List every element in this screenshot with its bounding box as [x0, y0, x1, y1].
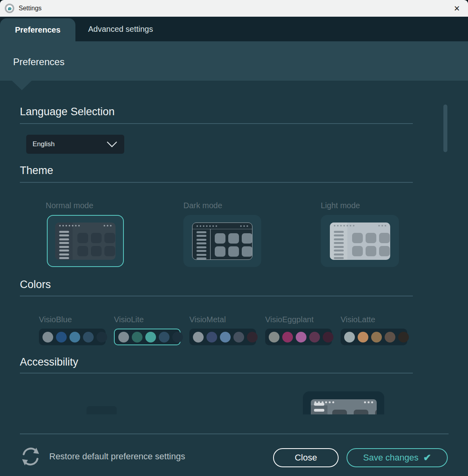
- preview-divider: [210, 229, 211, 259]
- color-swatch: [309, 332, 320, 342]
- color-swatch: [220, 332, 231, 342]
- preview-dot: [196, 225, 198, 227]
- preview-bar: [196, 239, 206, 241]
- accessibility-content-clipped: [0, 380, 468, 414]
- preview-bar: [59, 242, 69, 244]
- preview-dot: [62, 225, 64, 226]
- color-swatch: [385, 332, 395, 342]
- preview-dot: [329, 401, 331, 403]
- palette-label-visiolatte: VisioLatte: [341, 315, 375, 324]
- preview-bar: [334, 246, 344, 248]
- preview-dot: [337, 225, 339, 226]
- language-section-title: Language Selection: [20, 106, 115, 118]
- active-tab-pointer: [12, 81, 32, 90]
- preview-dot: [332, 401, 334, 403]
- divider: [20, 296, 413, 296]
- preview-bar: [196, 254, 206, 256]
- page-title: Preferences: [13, 56, 64, 68]
- color-swatch: [172, 332, 183, 342]
- preview-tile: [366, 246, 376, 256]
- restore-refresh-icon: [19, 445, 42, 468]
- settings-window: Settings ✕ Preferences Advanced settings…: [0, 0, 468, 476]
- preview-dot: [350, 225, 351, 226]
- scrollbar-thumb[interactable]: [443, 104, 447, 152]
- color-swatch: [42, 332, 53, 342]
- preview-sidebar-item: [314, 409, 324, 412]
- preview-bar: [59, 238, 69, 240]
- colors-section-title: Colors: [20, 279, 51, 291]
- preview-dot: [110, 225, 112, 226]
- close-button[interactable]: Close: [273, 448, 339, 467]
- tab-preferences[interactable]: Preferences: [0, 18, 75, 41]
- preview-tile: [242, 233, 252, 244]
- preview-dot: [216, 225, 217, 227]
- preview-tile: [77, 233, 88, 243]
- restore-defaults-button[interactable]: Restore default preference settings: [19, 445, 185, 468]
- title-bar: Settings ✕: [0, 0, 468, 17]
- theme-option-dark[interactable]: [183, 215, 261, 267]
- theme-section-title: Theme: [20, 164, 53, 177]
- preview-bar: [196, 231, 206, 233]
- preview-dot: [343, 225, 345, 226]
- language-dropdown[interactable]: English: [26, 135, 124, 154]
- preview-sidebar-item: [314, 403, 324, 406]
- accessibility-partial-control: [87, 406, 117, 414]
- palette-option-visiolatte[interactable]: [341, 329, 407, 345]
- color-swatch: [193, 332, 204, 342]
- preview-dot: [325, 401, 327, 403]
- preview-dot: [203, 225, 204, 227]
- window-close-icon[interactable]: ✕: [448, 0, 466, 17]
- palette-option-visiolite[interactable]: [114, 329, 181, 345]
- preview-dot: [334, 225, 335, 226]
- preview-bar: [59, 231, 69, 233]
- accessibility-preview-window: [311, 399, 377, 414]
- palette-label-visioeggplant: VisioEggplant: [265, 315, 314, 324]
- theme-preview-window: [55, 223, 116, 260]
- palette-option-visioeggplant[interactable]: [265, 329, 332, 345]
- theme-preview-window: [330, 223, 390, 260]
- preview-dot: [364, 401, 366, 403]
- palette-option-visiometal[interactable]: [189, 329, 256, 345]
- preview-tile: [104, 233, 115, 243]
- preview-bar: [334, 242, 344, 244]
- preview-tile: [228, 246, 239, 257]
- palette-option-visioblue[interactable]: [39, 329, 106, 345]
- preview-tile: [228, 233, 239, 244]
- divider: [20, 123, 413, 124]
- preview-tile: [352, 233, 363, 243]
- theme-label-normal: Normal mode: [46, 201, 93, 210]
- preview-dot: [340, 225, 342, 226]
- preview-bar: [334, 257, 344, 259]
- divider: [20, 373, 413, 373]
- accessibility-preview-option[interactable]: [303, 391, 384, 414]
- preview-dot: [107, 225, 108, 226]
- divider: [20, 182, 413, 183]
- save-changes-button[interactable]: Save changes ✔: [347, 448, 448, 467]
- color-swatch: [83, 332, 94, 342]
- preview-titlebar-dots: [59, 225, 112, 226]
- preview-dot: [353, 225, 354, 226]
- preview-tile: [215, 246, 225, 257]
- preview-dot: [385, 225, 386, 226]
- preview-bar: [196, 242, 206, 244]
- preview-tiles: [352, 233, 390, 256]
- preview-bar: [59, 257, 69, 259]
- color-swatch: [398, 332, 409, 342]
- theme-label-dark: Dark mode: [183, 201, 222, 210]
- preview-bar: [196, 246, 206, 248]
- preview-dot: [75, 225, 77, 226]
- preview-dot: [200, 225, 201, 227]
- preview-bar: [59, 234, 69, 236]
- color-swatch: [233, 332, 244, 342]
- theme-option-light[interactable]: [321, 215, 399, 267]
- preview-bar: [334, 238, 344, 240]
- tab-advanced-settings[interactable]: Advanced settings: [88, 17, 153, 41]
- preview-tile: [77, 246, 88, 256]
- theme-option-normal[interactable]: [47, 215, 124, 267]
- preview-dot: [72, 225, 73, 226]
- preview-tile: [91, 233, 102, 243]
- color-swatch: [159, 332, 169, 342]
- preview-bar: [196, 235, 206, 237]
- preview-dot: [243, 225, 245, 227]
- preview-bar: [334, 250, 344, 252]
